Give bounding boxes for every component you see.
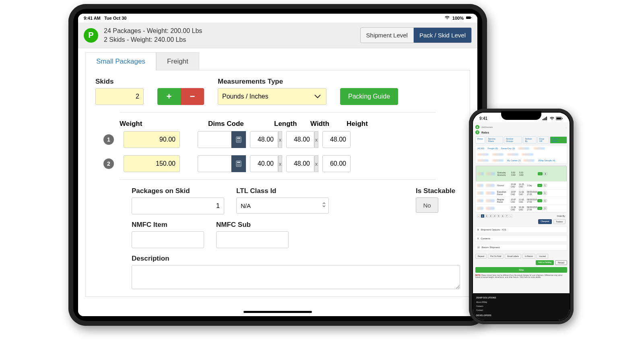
step-addresses[interactable]: 6Addresses ⌄ <box>475 125 567 129</box>
divider <box>120 112 436 113</box>
select-rate-button[interactable]: → <box>537 199 542 202</box>
width-input[interactable] <box>286 131 314 148</box>
x-separator: x <box>278 155 282 172</box>
rate-row[interactable]: 11.39 CAD12.26 CAD09/30/2019 17:00→$ <box>476 205 567 212</box>
select-rate-button[interactable]: → <box>538 172 543 175</box>
footer-developers: DEVELOPERS <box>476 313 566 318</box>
height-input[interactable] <box>322 155 351 172</box>
step-rates-label: Rates <box>481 131 489 134</box>
footer-link-about[interactable]: About 2Ship <box>476 300 566 304</box>
select-rate-button[interactable]: → <box>537 191 542 195</box>
rate-row[interactable]: Ground10.69 CAD11.25 CAD1 Day→$ <box>476 182 567 189</box>
length-input[interactable] <box>250 155 278 172</box>
action-email-labels[interactable]: Email Labels <box>505 254 521 259</box>
pager-prev[interactable]: ‹ <box>477 214 480 218</box>
accordion-return-shipment[interactable]: 10Return Shipment <box>475 244 567 251</box>
measurements-select[interactable] <box>218 88 326 105</box>
nmfc-sub-input[interactable] <box>216 231 289 248</box>
refresh-rates-button[interactable]: Refresh Rates <box>550 136 567 144</box>
step-rates[interactable]: 7Rates <box>475 130 567 134</box>
x-separator: x <box>314 155 318 172</box>
pager-4[interactable]: 4 <box>493 214 496 218</box>
accordion-shipment-options[interactable]: 8Shipment Options - ICS <box>475 226 567 233</box>
rate-row[interactable]: Expedited Parcel10.87 CAD11.63 CAD09/30/… <box>476 189 567 197</box>
svg-point-12 <box>237 164 238 165</box>
dims-code-input[interactable] <box>198 131 231 148</box>
description-textarea[interactable] <box>132 265 460 289</box>
svg-rect-24 <box>562 118 563 119</box>
skids-decrement-button[interactable]: − <box>181 88 204 105</box>
add-to-holding-button[interactable]: Add to Holding <box>536 260 554 265</box>
ship-button[interactable]: Ship <box>475 267 567 273</box>
rate-row[interactable]: Regular Parcel10.87 CAD11.63 CAD09/30/20… <box>476 197 567 205</box>
dims-lookup-button[interactable] <box>231 131 246 148</box>
accordion-contents[interactable]: 9Contents <box>475 235 567 242</box>
select-rate-button[interactable]: → <box>537 207 542 210</box>
carrier-my[interactable]: My Carrier (7) <box>507 159 521 162</box>
packing-guide-button[interactable]: Packing Guide <box>340 88 398 105</box>
action-repeat[interactable]: Repeat <box>475 254 487 259</box>
order-cheapest-button[interactable]: Cheapest <box>538 219 551 224</box>
rate-row[interactable]: Everyday Economy5.53 CAD5.53 CAD→$ <box>476 166 567 182</box>
action-put-on-hold[interactable]: Put On Hold <box>488 254 504 259</box>
stackable-toggle[interactable]: No <box>416 197 438 213</box>
action-is-return[interactable]: Is Return <box>522 254 535 259</box>
price-details-button[interactable]: $ <box>543 207 547 210</box>
pack-skid-level-button[interactable]: Pack / Skid Level <box>414 27 472 43</box>
price-details-button[interactable]: $ <box>543 199 547 202</box>
action-insured[interactable]: Insured <box>537 254 548 259</box>
ipad-status-bar: 9:41 AM Tue Oct 30 100% <box>78 14 477 23</box>
subtab-rates[interactable]: Rates <box>475 136 485 144</box>
price-details-button[interactable]: $ <box>543 172 547 175</box>
subtab-service-groups[interactable]: Service Groups <box>504 136 522 144</box>
filter-all[interactable]: All (42) <box>477 147 484 150</box>
service-name: Regular Parcel <box>497 198 510 203</box>
subtab-deliver-by[interactable]: Deliver By <box>523 136 536 144</box>
dims-code-input[interactable] <box>198 155 231 172</box>
x-separator: x <box>314 131 318 148</box>
subtab-service-filters[interactable]: Service Filters <box>486 136 503 144</box>
pager-next[interactable]: › <box>509 214 512 218</box>
weight-input[interactable] <box>124 131 180 148</box>
tab-small-packages[interactable]: Small Packages <box>85 52 156 70</box>
packages-on-skid-input[interactable] <box>132 197 224 214</box>
weight-input[interactable] <box>124 155 180 172</box>
pager-7[interactable]: 7 <box>505 214 508 218</box>
footer-link-contact[interactable]: Contact <box>476 308 566 312</box>
order-fastest-button[interactable]: Fastest <box>553 219 566 224</box>
pager-5[interactable]: 5 <box>497 214 500 218</box>
row-number: 1 <box>103 134 114 145</box>
length-input[interactable] <box>250 131 278 148</box>
pager-1[interactable]: 1 <box>481 214 484 218</box>
row-number: 2 <box>103 158 114 169</box>
price-details-button[interactable]: $ <box>543 191 547 195</box>
pager-6[interactable]: 6 <box>501 214 504 218</box>
skids-stepper-field: + − <box>157 88 204 105</box>
svg-point-5 <box>238 140 239 140</box>
pager-2[interactable]: 2 <box>485 214 488 218</box>
skid-rows: 1xx2xx <box>95 131 460 172</box>
skids-input[interactable] <box>95 88 144 105</box>
filter-sameday[interactable]: Same-Day (3) <box>501 147 515 150</box>
skids-increment-button[interactable]: + <box>157 88 181 105</box>
filter-freight[interactable]: Freight (8) <box>487 147 497 150</box>
reload-button[interactable]: Reload <box>555 260 567 265</box>
shipment-level-button[interactable]: Shipment Level <box>360 27 414 43</box>
pager-3[interactable]: 3 <box>489 214 492 218</box>
dims-code-group <box>198 131 246 148</box>
ltl-class-select[interactable]: N/A <box>236 197 329 214</box>
carrier-2ship-sample[interactable]: 2Ship Sample (4) <box>538 159 555 162</box>
dims-lookup-button[interactable] <box>231 155 246 172</box>
price-details-button[interactable]: $ <box>543 184 547 187</box>
width-input[interactable] <box>286 155 314 172</box>
carrier-name-blurred <box>486 172 495 175</box>
tab-freight[interactable]: Freight <box>156 52 199 70</box>
footer-link-careers[interactable]: Careers <box>476 304 566 308</box>
carrier-logo-blurred <box>477 172 484 175</box>
price-2: 5.53 CAD <box>519 171 526 176</box>
skid-details-row1: Packages on Skid LTL Class Id N/A <box>132 187 460 214</box>
select-rate-button[interactable]: → <box>537 184 542 187</box>
subtab-drop-off[interactable]: Drop Off <box>537 136 549 144</box>
height-input[interactable] <box>322 131 351 148</box>
nmfc-item-input[interactable] <box>132 231 204 248</box>
